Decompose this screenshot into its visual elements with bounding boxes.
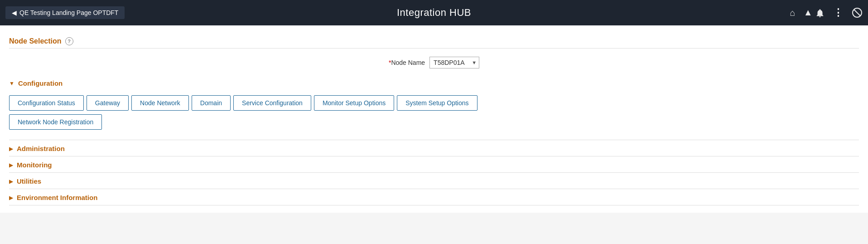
home-icon[interactable]: ⌂ [790,8,796,18]
node-selection-area: *Node Name T58DP01A ▼ [9,49,859,75]
configuration-collapse-arrow-icon: ▼ [9,80,14,87]
monitoring-title: Monitoring [17,161,52,169]
config-btn-node-network[interactable]: Node Network [131,95,189,111]
config-btn-system-setup-options[interactable]: System Setup Options [397,95,477,111]
svg-line-1 [854,10,860,16]
administration-header[interactable]: ▶ Administration [9,140,859,156]
config-btn-service-configuration[interactable]: Service Configuration [233,95,311,111]
config-buttons-row-1: Configuration Status Gateway Node Networ… [9,95,859,114]
utilities-title: Utilities [17,177,41,185]
config-buttons-row-2: Network Node Registration [9,114,859,133]
app-header: ◀ QE Testing Landing Page OPTDFT Integra… [0,0,868,25]
node-name-select-wrapper: T58DP01A ▼ [429,57,479,68]
configuration-section: ▼ Configuration Configuration Status Gat… [9,75,859,140]
node-selection-section-header: Node Selection ? [9,33,859,49]
node-selection-help-icon[interactable]: ? [65,37,73,45]
node-name-label: *Node Name [389,59,425,66]
back-button[interactable]: ◀ QE Testing Landing Page OPTDFT [5,6,125,19]
utilities-arrow-icon: ▶ [9,178,13,185]
utilities-section: ▶ Utilities [9,173,859,189]
administration-title: Administration [17,145,65,152]
node-name-select[interactable]: T58DP01A [429,57,479,68]
config-btn-network-node-registration[interactable]: Network Node Registration [9,114,102,130]
back-arrow-icon: ◀ [12,9,17,16]
environment-information-title: Environment Information [17,194,97,201]
node-name-required-star: * [389,59,391,66]
configuration-title: Configuration [18,79,63,87]
config-btn-monitor-setup-options[interactable]: Monitor Setup Options [314,95,394,111]
app-title: Integration HUB [397,7,471,19]
more-icon[interactable]: ⋮ [833,7,844,19]
utilities-header[interactable]: ▶ Utilities [9,173,859,189]
administration-section: ▶ Administration [9,140,859,156]
monitoring-arrow-icon: ▶ [9,162,13,168]
main-content: Node Selection ? *Node Name T58DP01A ▼ ▼… [0,25,868,213]
environment-information-section: ▶ Environment Information [9,189,859,205]
back-button-label: QE Testing Landing Page OPTDFT [19,9,118,16]
monitoring-section: ▶ Monitoring [9,156,859,173]
config-btn-gateway[interactable]: Gateway [87,95,129,111]
monitoring-header[interactable]: ▶ Monitoring [9,156,859,172]
config-btn-domain[interactable]: Domain [192,95,231,111]
bell-icon[interactable]: ▲ [804,7,825,18]
node-selection-title: Node Selection [9,37,62,45]
header-icon-group: ⌂ ▲ ⋮ [790,7,863,19]
configuration-buttons-area: Configuration Status Gateway Node Networ… [9,91,859,140]
config-btn-configuration-status[interactable]: Configuration Status [9,95,84,111]
administration-arrow-icon: ▶ [9,146,13,152]
environment-information-arrow-icon: ▶ [9,195,13,201]
block-icon[interactable] [852,7,863,19]
configuration-section-header[interactable]: ▼ Configuration [9,75,859,91]
environment-information-header[interactable]: ▶ Environment Information [9,189,859,205]
